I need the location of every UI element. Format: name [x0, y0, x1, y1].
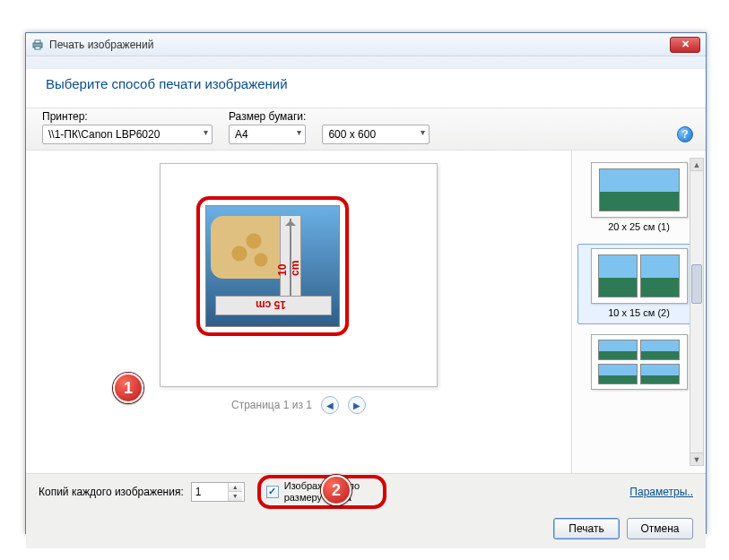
- copies-spinner[interactable]: ▲ ▼: [191, 482, 245, 502]
- layout-thumb: [591, 248, 688, 304]
- preview-thumbnail: 10 cm 15 cm: [205, 205, 340, 327]
- copies-down-button[interactable]: ▼: [229, 491, 242, 501]
- layout-option[interactable]: 20 x 25 см (1): [577, 158, 700, 238]
- page-heading: Выберите способ печати изображений: [26, 56, 706, 108]
- page-navigation: Страница 1 из 1 ◀ ▶: [231, 396, 366, 414]
- preview-column: 10 cm 15 cm Страница 1 из 1 ◀ ▶: [26, 151, 571, 473]
- vertical-arrow-icon: [285, 219, 296, 301]
- button-row: Печать Отмена: [26, 509, 706, 548]
- layout-label: 10 x 15 см (2): [580, 307, 698, 318]
- svg-rect-1: [35, 40, 40, 43]
- scroll-thumb[interactable]: [691, 264, 702, 304]
- layout-option[interactable]: [577, 330, 700, 400]
- annotation-highlight-1: 10 cm 15 cm: [196, 196, 349, 336]
- scroll-down-icon[interactable]: ▼: [690, 452, 703, 465]
- window-title: Печать изображений: [49, 39, 153, 51]
- options-link[interactable]: Параметры..: [629, 486, 693, 498]
- preview-page: 10 cm 15 cm: [160, 163, 438, 387]
- paper-value: A4: [235, 128, 248, 141]
- copies-input[interactable]: [192, 483, 228, 501]
- footer-row: Копий каждого изображения: ▲ ▼ ✓ Изображ…: [26, 473, 706, 509]
- sample-image: [211, 216, 282, 279]
- page-status: Страница 1 из 1: [231, 399, 312, 411]
- scroll-up-icon[interactable]: ▲: [690, 159, 703, 171]
- layout-label: 20 x 25 см (1): [580, 221, 698, 232]
- dim-h-label: 15 cm: [256, 298, 286, 311]
- resolution-combo[interactable]: 600 x 600: [322, 125, 430, 144]
- resolution-label: [322, 110, 430, 123]
- horizontal-ruler: 15 cm: [215, 296, 332, 315]
- cancel-button[interactable]: Отмена: [627, 518, 693, 539]
- scrollbar[interactable]: ▲ ▼: [690, 158, 704, 466]
- copies-up-button[interactable]: ▲: [229, 483, 242, 492]
- paper-label: Размер бумаги:: [229, 110, 306, 123]
- annotation-badge-2: 2: [321, 475, 351, 505]
- annotation-badge-1: 1: [113, 373, 143, 403]
- titlebar: Печать изображений ✕: [26, 33, 706, 56]
- printer-combo[interactable]: \\1-ПК\Canon LBP6020: [42, 125, 213, 144]
- printer-field: Принтер: \\1-ПК\Canon LBP6020: [42, 110, 213, 144]
- resolution-value: 600 x 600: [328, 128, 376, 141]
- printer-icon: [31, 39, 44, 51]
- toolbar: Принтер: \\1-ПК\Canon LBP6020 Размер бум…: [26, 108, 706, 151]
- print-dialog: Печать изображений ✕ Выберите способ печ…: [25, 32, 707, 534]
- svg-rect-2: [35, 47, 40, 49]
- layout-list: 20 x 25 см (1)10 x 15 см (2) ▲ ▼: [571, 151, 706, 473]
- print-button[interactable]: Печать: [553, 518, 620, 539]
- layout-option[interactable]: 10 x 15 см (2): [577, 244, 700, 324]
- printer-label: Принтер:: [42, 110, 213, 123]
- paper-combo[interactable]: A4: [229, 125, 306, 144]
- layout-thumb: [591, 334, 688, 390]
- resolution-field: 600 x 600: [322, 110, 430, 144]
- layout-thumb: [591, 162, 688, 218]
- body: 10 cm 15 cm Страница 1 из 1 ◀ ▶ 20 x 25 …: [26, 151, 706, 473]
- help-icon[interactable]: ?: [677, 126, 693, 142]
- paper-field: Размер бумаги: A4: [229, 110, 306, 144]
- fit-checkbox[interactable]: ✓: [266, 486, 279, 498]
- copies-label: Копий каждого изображения:: [39, 486, 184, 498]
- prev-page-button[interactable]: ◀: [321, 396, 339, 414]
- printer-value: \\1-ПК\Canon LBP6020: [48, 128, 160, 141]
- next-page-button[interactable]: ▶: [348, 396, 366, 414]
- close-button[interactable]: ✕: [670, 37, 700, 53]
